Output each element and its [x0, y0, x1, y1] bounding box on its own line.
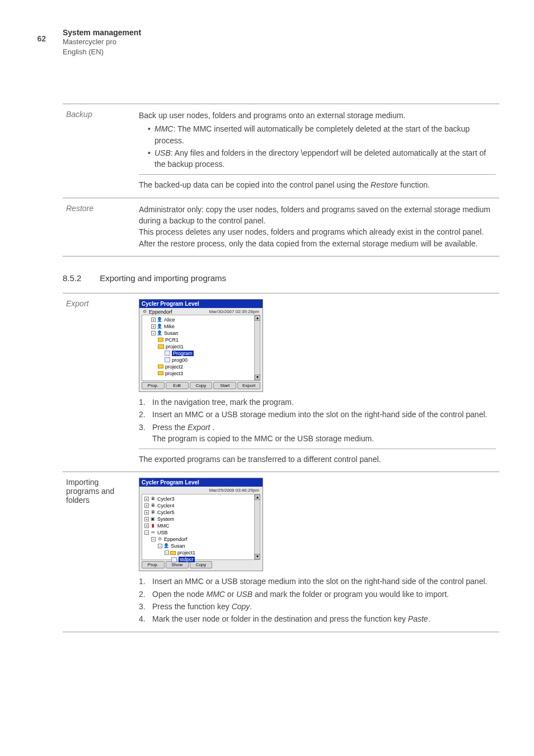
- scrollbar[interactable]: ▲ ▼: [254, 315, 260, 380]
- page-header: System management Mastercycler pro Engli…: [63, 28, 141, 57]
- tree-node-program[interactable]: prog00: [144, 357, 257, 363]
- bullet-text: : The MMC inserted will automatically be…: [154, 124, 470, 144]
- tree-node-user[interactable]: +👤Alice: [144, 316, 257, 323]
- tree-node-folder[interactable]: project2: [144, 363, 257, 370]
- tree-node-device[interactable]: +🖥Cycler4: [144, 502, 257, 509]
- prop-button[interactable]: Prop.: [142, 382, 165, 389]
- mmc-icon: ▮: [150, 523, 156, 529]
- start-button[interactable]: Start: [213, 382, 236, 389]
- expand-icon[interactable]: +: [144, 497, 149, 501]
- bullet-text: : Any files and folders in the directory…: [154, 148, 486, 169]
- tree-node-folder[interactable]: project3: [144, 370, 257, 377]
- step-em: USB: [236, 590, 252, 599]
- folder-icon: [158, 338, 163, 342]
- expand-icon[interactable]: −: [158, 544, 162, 548]
- user-icon: 👤: [157, 324, 162, 329]
- step-text: In the navigation tree, mark the program…: [152, 398, 294, 407]
- row-body: Cycler Program Level Mar/25/2008 03:46:2…: [135, 472, 499, 632]
- node-label: Susan: [164, 330, 179, 336]
- tree-node-folder[interactable]: PCR1: [144, 337, 257, 343]
- export-button[interactable]: Export: [237, 382, 260, 389]
- scroll-down-icon[interactable]: ▼: [255, 375, 260, 380]
- row-body: Administrator only: copy the user nodes,…: [135, 198, 499, 256]
- step-number: 4.: [139, 613, 146, 624]
- node-label: project1: [166, 344, 184, 349]
- tree-node-user[interactable]: −👤Susan: [144, 543, 257, 549]
- step-number: 1.: [139, 576, 146, 587]
- tree-node-device[interactable]: +🖥Cycler3: [144, 496, 257, 502]
- row-label: Importing programs and folders: [63, 472, 135, 632]
- expand-icon[interactable]: +: [144, 524, 149, 528]
- tree-node-program-selected[interactable]: Program: [144, 350, 257, 357]
- list-item: USB: Any files and folders in the direct…: [148, 147, 496, 170]
- scroll-up-icon[interactable]: ▲: [255, 315, 260, 321]
- expand-icon[interactable]: +: [144, 503, 149, 508]
- scroll-down-icon[interactable]: ▼: [255, 554, 260, 559]
- expand-icon[interactable]: −: [144, 530, 149, 535]
- system-icon: ▣: [150, 516, 156, 522]
- step-text: Insert an MMC or a USB storage medium in…: [152, 410, 487, 419]
- tree-node-folder[interactable]: −project1: [144, 549, 257, 556]
- step-number: 1.: [139, 396, 146, 408]
- copy-button[interactable]: Copy: [190, 382, 213, 389]
- list-item: 1.Insert an MMC or a USB storage medium …: [139, 576, 496, 587]
- step-pre: Mark the user node or folder in the dest…: [152, 614, 408, 623]
- folder-icon: [170, 551, 176, 555]
- node-label: prog00: [172, 357, 188, 363]
- row-body: Back up user nodes, folders and programs…: [135, 104, 499, 198]
- root-node: Eppendorf: [149, 309, 172, 315]
- tree-node-program-selected[interactable]: stdpcr: [144, 556, 257, 563]
- bullet-prefix: MMC: [154, 124, 173, 133]
- header-subtitle-2: English (EN): [63, 47, 141, 57]
- export-screenshot: Cycler Program Level ⚙ Eppendorf Mar/30/…: [139, 299, 263, 392]
- table-row: Importing programs and folders Cycler Pr…: [63, 472, 499, 632]
- step-pre: Press the: [152, 423, 188, 432]
- list-item: 3.Press the Export . The program is copi…: [139, 422, 496, 445]
- device-icon: 🖥: [150, 510, 156, 515]
- folder-icon: [158, 365, 163, 368]
- scroll-up-icon[interactable]: ▲: [255, 494, 260, 500]
- timestamp: Mar/25/2008 03:46:29pm: [209, 488, 260, 493]
- tree-node-user[interactable]: −👤Susan: [144, 330, 257, 337]
- expand-icon[interactable]: −: [151, 537, 156, 542]
- tree-node-folder[interactable]: project1: [144, 343, 257, 350]
- edit-button[interactable]: Edit: [166, 382, 189, 389]
- list-item: 3.Press the function key Copy.: [139, 601, 496, 612]
- expand-icon[interactable]: −: [151, 331, 156, 335]
- section-number: 8.5.2: [63, 273, 97, 283]
- expand-icon[interactable]: +: [144, 510, 149, 515]
- tree-node-mmc[interactable]: +▮MMC: [144, 522, 257, 529]
- step-post: and mark the folder or program you would…: [252, 590, 449, 599]
- screenshot-header-row: ⚙ Eppendorf Mar/30/2007 02:35:28pm: [139, 308, 263, 315]
- step-pre: Press the function key: [152, 602, 232, 611]
- screenshot-titlebar: Cycler Program Level: [139, 478, 263, 487]
- tree-node-device[interactable]: +🖥Cycler5: [144, 509, 257, 516]
- table-row: Export Cycler Program Level ⚙ Eppendorf …: [63, 293, 499, 472]
- navigation-tree[interactable]: +👤Alice +👤Mike −👤Susan PCR1 project1 Pro…: [142, 315, 260, 381]
- step-post: .: [210, 423, 215, 432]
- user-icon: 👤: [163, 543, 169, 549]
- eppendorf-icon: ⚙: [142, 309, 147, 315]
- user-icon: 👤: [157, 317, 162, 323]
- step-number: 3.: [139, 422, 146, 433]
- tree-node-system[interactable]: +▣System: [144, 516, 257, 522]
- step-number: 2.: [139, 589, 146, 600]
- scrollbar[interactable]: ▲ ▼: [254, 494, 260, 559]
- export-footer: The exported programs can be transferred…: [139, 449, 496, 465]
- navigation-tree[interactable]: +🖥Cycler3 +🖥Cycler4 +🖥Cycler5 +▣System +…: [142, 494, 260, 560]
- tree-node-root[interactable]: −⚙Eppendorf: [144, 536, 257, 543]
- row-label: Export: [63, 293, 135, 472]
- tree-node-user[interactable]: +👤Mike: [144, 323, 257, 330]
- expand-icon[interactable]: +: [144, 517, 149, 521]
- list-item: 2.Insert an MMC or a USB storage medium …: [139, 409, 496, 420]
- expand-icon[interactable]: −: [165, 550, 169, 555]
- intro-text: Back up user nodes, folders and programs…: [139, 110, 496, 121]
- footer-post: function.: [398, 180, 430, 189]
- page-number: 62: [28, 34, 50, 44]
- expand-icon[interactable]: +: [151, 324, 156, 329]
- tree-node-usb[interactable]: −⇔USB: [144, 529, 257, 536]
- expand-icon[interactable]: +: [151, 318, 156, 322]
- table-row: Backup Back up user nodes, folders and p…: [63, 104, 499, 198]
- footer-em: Restore: [371, 180, 398, 189]
- node-label: stdpcr: [179, 557, 195, 562]
